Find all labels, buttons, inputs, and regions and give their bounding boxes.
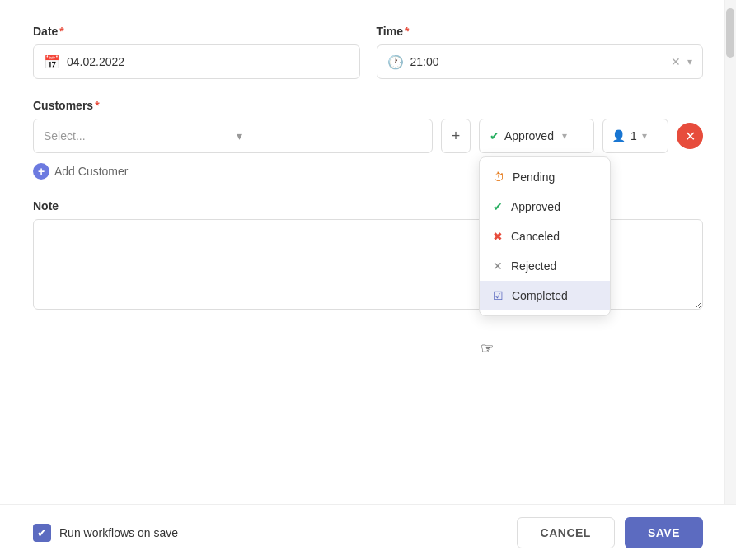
customer-select[interactable]: Select... ▾ (33, 119, 433, 153)
date-label: Date* (33, 25, 360, 38)
customer-select-chevron-icon: ▾ (237, 129, 423, 142)
cancel-button[interactable]: CANCEL (517, 517, 615, 548)
workflow-toggle[interactable]: ✔ Run workflows on save (33, 524, 178, 542)
people-select[interactable]: 👤 1 ▾ (602, 119, 668, 153)
completed-label: Completed (512, 289, 568, 302)
add-customer-circle-icon: + (33, 163, 49, 180)
dropdown-item-canceled[interactable]: ✖ Canceled (480, 222, 610, 251)
customers-label-text: Customers (33, 99, 93, 112)
pending-icon: ⏱ (493, 170, 504, 184)
date-input-box[interactable]: 📅 (33, 44, 360, 79)
time-chevron-icon[interactable]: ▾ (687, 56, 692, 68)
add-customer-plus-button[interactable]: + (441, 119, 471, 153)
calendar-icon: 📅 (44, 54, 60, 70)
dropdown-item-completed[interactable]: ☑ Completed (480, 281, 610, 310)
customers-required-star: * (95, 99, 99, 112)
time-label: Time* (377, 25, 704, 38)
time-field-group: Time* 🕐 ✕ ▾ (377, 25, 704, 79)
time-clear-icon[interactable]: ✕ (671, 55, 681, 68)
canceled-icon: ✖ (493, 230, 503, 243)
remove-icon: ✕ (685, 128, 696, 144)
status-select[interactable]: ✔ Approved ▾ (479, 119, 594, 153)
date-required-star: * (59, 25, 63, 38)
customers-row: Select... ▾ + ✔ Approved ▾ ⏱ Pending (33, 119, 703, 153)
dropdown-item-approved[interactable]: ✔ Approved (480, 192, 610, 222)
date-input[interactable] (67, 55, 349, 68)
status-check-icon: ✔ (490, 129, 499, 142)
approved-label: Approved (511, 200, 560, 213)
date-time-row: Date* 📅 Time* 🕐 ✕ ▾ (33, 25, 703, 79)
scrollbar[interactable] (724, 0, 736, 504)
date-field-group: Date* 📅 (33, 25, 360, 79)
time-label-text: Time (377, 25, 403, 38)
canceled-label: Canceled (511, 230, 560, 243)
remove-customer-button[interactable]: ✕ (677, 123, 703, 149)
save-button[interactable]: SAVE (625, 517, 703, 548)
checkbox-check-icon: ✔ (37, 526, 47, 539)
workflow-checkbox[interactable]: ✔ (33, 524, 51, 542)
people-chevron-icon: ▾ (642, 130, 647, 142)
status-dropdown: ⏱ Pending ✔ Approved ✖ Canceled ✕ Reject… (479, 156, 611, 316)
people-icon: 👤 (612, 129, 626, 142)
rejected-label: Rejected (511, 259, 556, 273)
scroll-thumb (726, 8, 734, 58)
rejected-icon: ✕ (493, 259, 503, 273)
dropdown-item-rejected[interactable]: ✕ Rejected (480, 251, 610, 281)
people-count-value: 1 (631, 129, 637, 142)
workflow-label: Run workflows on save (59, 526, 178, 539)
status-select-label: Approved (504, 129, 554, 142)
main-content: Date* 📅 Time* 🕐 ✕ ▾ Customers* (0, 0, 736, 494)
customers-label: Customers* (33, 99, 703, 112)
status-chevron-icon: ▾ (562, 130, 567, 142)
time-input-box[interactable]: 🕐 ✕ ▾ (377, 44, 704, 79)
dropdown-item-pending[interactable]: ⏱ Pending (480, 162, 610, 192)
customer-select-placeholder: Select... (44, 129, 230, 142)
status-container: ✔ Approved ▾ ⏱ Pending ✔ Approved ✖ (479, 119, 594, 153)
customers-section: Customers* Select... ▾ + ✔ Approved ▾ ⏱ (33, 99, 703, 180)
approved-icon: ✔ (493, 200, 503, 213)
footer: ✔ Run workflows on save CANCEL SAVE (0, 504, 736, 560)
time-input[interactable] (410, 55, 665, 68)
time-required-star: * (405, 25, 409, 38)
footer-actions: CANCEL SAVE (517, 517, 703, 548)
date-label-text: Date (33, 25, 58, 38)
pending-label: Pending (513, 170, 555, 184)
completed-icon: ☑ (493, 289, 504, 302)
add-customer-link-label: Add Customer (54, 165, 128, 178)
clock-icon: 🕐 (387, 54, 404, 70)
